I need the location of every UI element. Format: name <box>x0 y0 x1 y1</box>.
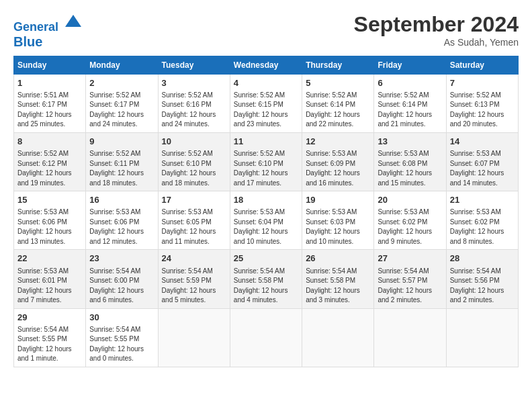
cell-content: Sunrise: 5:53 AMSunset: 6:06 PMDaylight:… <box>89 208 154 246</box>
calendar-cell: 27Sunrise: 5:54 AMSunset: 5:57 PMDayligh… <box>374 250 446 308</box>
day-number: 16 <box>89 194 154 206</box>
cell-content: Sunrise: 5:52 AMSunset: 6:17 PMDaylight:… <box>89 91 154 130</box>
cell-content: Sunrise: 5:52 AMSunset: 6:14 PMDaylight:… <box>306 91 370 130</box>
cell-content: Sunrise: 5:54 AMSunset: 6:00 PMDaylight:… <box>89 267 154 306</box>
calendar-cell <box>446 308 518 367</box>
calendar-cell <box>302 308 374 367</box>
calendar-cell: 5Sunrise: 5:52 AMSunset: 6:14 PMDaylight… <box>302 74 374 132</box>
header: General Blue September 2024 As Sudah, Ye… <box>13 12 519 49</box>
day-number: 24 <box>162 253 226 265</box>
cell-content: Sunrise: 5:52 AMSunset: 6:16 PMDaylight:… <box>162 91 226 130</box>
svg-marker-0 <box>65 15 81 27</box>
day-number: 27 <box>378 253 442 265</box>
cell-content: Sunrise: 5:54 AMSunset: 5:55 PMDaylight:… <box>17 325 82 364</box>
day-number: 28 <box>450 253 515 265</box>
page: General Blue September 2024 As Sudah, Ye… <box>0 0 532 374</box>
day-number: 22 <box>17 253 82 265</box>
weekday-header-wednesday: Wednesday <box>230 56 302 74</box>
month-title: September 2024 <box>354 12 519 37</box>
day-number: 30 <box>89 312 154 324</box>
cell-content: Sunrise: 5:53 AMSunset: 6:02 PMDaylight:… <box>450 208 515 246</box>
week-row-2: 8Sunrise: 5:52 AMSunset: 6:12 PMDaylight… <box>14 132 519 191</box>
day-number: 25 <box>234 253 298 265</box>
calendar-cell: 22Sunrise: 5:53 AMSunset: 6:01 PMDayligh… <box>14 250 86 308</box>
cell-content: Sunrise: 5:53 AMSunset: 6:06 PMDaylight:… <box>17 208 82 246</box>
logo-text: General <box>13 12 83 34</box>
day-number: 23 <box>89 253 154 265</box>
cell-content: Sunrise: 5:54 AMSunset: 5:56 PMDaylight:… <box>450 267 515 306</box>
day-number: 2 <box>89 77 154 89</box>
day-number: 3 <box>162 77 226 89</box>
logo-blue: Blue <box>13 34 83 49</box>
calendar-cell: 6Sunrise: 5:52 AMSunset: 6:14 PMDaylight… <box>374 74 446 132</box>
calendar-cell: 29Sunrise: 5:54 AMSunset: 5:55 PMDayligh… <box>14 308 86 367</box>
day-number: 29 <box>17 312 82 324</box>
title-block: September 2024 As Sudah, Yemen <box>354 12 519 48</box>
calendar-cell: 18Sunrise: 5:53 AMSunset: 6:04 PMDayligh… <box>230 191 302 250</box>
cell-content: Sunrise: 5:53 AMSunset: 6:01 PMDaylight:… <box>17 267 82 306</box>
cell-content: Sunrise: 5:53 AMSunset: 6:02 PMDaylight:… <box>378 208 442 246</box>
cell-content: Sunrise: 5:52 AMSunset: 6:15 PMDaylight:… <box>234 91 298 130</box>
weekday-header-thursday: Thursday <box>302 56 374 74</box>
day-number: 6 <box>378 77 442 89</box>
calendar-cell: 19Sunrise: 5:53 AMSunset: 6:03 PMDayligh… <box>302 191 374 250</box>
calendar-cell: 30Sunrise: 5:54 AMSunset: 5:55 PMDayligh… <box>86 308 158 367</box>
day-number: 18 <box>234 194 298 206</box>
calendar-cell: 10Sunrise: 5:52 AMSunset: 6:10 PMDayligh… <box>158 132 230 191</box>
calendar-cell: 16Sunrise: 5:53 AMSunset: 6:06 PMDayligh… <box>86 191 158 250</box>
calendar-cell: 23Sunrise: 5:54 AMSunset: 6:00 PMDayligh… <box>86 250 158 308</box>
day-number: 13 <box>378 136 442 148</box>
calendar-cell <box>374 308 446 367</box>
calendar-cell <box>158 308 230 367</box>
calendar-cell: 21Sunrise: 5:53 AMSunset: 6:02 PMDayligh… <box>446 191 518 250</box>
week-row-5: 29Sunrise: 5:54 AMSunset: 5:55 PMDayligh… <box>14 308 519 367</box>
calendar-cell <box>230 308 302 367</box>
calendar-cell: 26Sunrise: 5:54 AMSunset: 5:58 PMDayligh… <box>302 250 374 308</box>
cell-content: Sunrise: 5:53 AMSunset: 6:07 PMDaylight:… <box>450 149 515 188</box>
cell-content: Sunrise: 5:54 AMSunset: 5:58 PMDaylight:… <box>234 267 298 306</box>
day-number: 1 <box>17 77 82 89</box>
calendar-cell: 28Sunrise: 5:54 AMSunset: 5:56 PMDayligh… <box>446 250 518 308</box>
cell-content: Sunrise: 5:53 AMSunset: 6:04 PMDaylight:… <box>234 208 298 246</box>
cell-content: Sunrise: 5:52 AMSunset: 6:10 PMDaylight:… <box>234 149 298 188</box>
day-number: 17 <box>162 194 226 206</box>
cell-content: Sunrise: 5:53 AMSunset: 6:08 PMDaylight:… <box>378 149 442 188</box>
calendar-cell: 7Sunrise: 5:52 AMSunset: 6:13 PMDaylight… <box>446 74 518 132</box>
cell-content: Sunrise: 5:52 AMSunset: 6:10 PMDaylight:… <box>162 149 226 188</box>
calendar-table: SundayMondayTuesdayWednesdayThursdayFrid… <box>13 56 519 367</box>
calendar-cell: 11Sunrise: 5:52 AMSunset: 6:10 PMDayligh… <box>230 132 302 191</box>
weekday-header-sunday: Sunday <box>14 56 86 74</box>
calendar-cell: 17Sunrise: 5:53 AMSunset: 6:05 PMDayligh… <box>158 191 230 250</box>
cell-content: Sunrise: 5:51 AMSunset: 6:17 PMDaylight:… <box>17 91 82 130</box>
cell-content: Sunrise: 5:54 AMSunset: 5:58 PMDaylight:… <box>306 267 370 306</box>
calendar-cell: 9Sunrise: 5:52 AMSunset: 6:11 PMDaylight… <box>86 132 158 191</box>
day-number: 19 <box>306 194 370 206</box>
cell-content: Sunrise: 5:52 AMSunset: 6:13 PMDaylight:… <box>450 91 515 130</box>
cell-content: Sunrise: 5:52 AMSunset: 6:12 PMDaylight:… <box>17 149 82 188</box>
cell-content: Sunrise: 5:54 AMSunset: 5:59 PMDaylight:… <box>162 267 226 306</box>
calendar-cell: 3Sunrise: 5:52 AMSunset: 6:16 PMDaylight… <box>158 74 230 132</box>
calendar-cell: 14Sunrise: 5:53 AMSunset: 6:07 PMDayligh… <box>446 132 518 191</box>
calendar-cell: 8Sunrise: 5:52 AMSunset: 6:12 PMDaylight… <box>14 132 86 191</box>
logo-icon <box>64 12 83 31</box>
day-number: 11 <box>234 136 298 148</box>
weekday-header-row: SundayMondayTuesdayWednesdayThursdayFrid… <box>14 56 519 74</box>
weekday-header-tuesday: Tuesday <box>158 56 230 74</box>
day-number: 21 <box>450 194 515 206</box>
day-number: 12 <box>306 136 370 148</box>
calendar-cell: 24Sunrise: 5:54 AMSunset: 5:59 PMDayligh… <box>158 250 230 308</box>
calendar-cell: 12Sunrise: 5:53 AMSunset: 6:09 PMDayligh… <box>302 132 374 191</box>
cell-content: Sunrise: 5:52 AMSunset: 6:14 PMDaylight:… <box>378 91 442 130</box>
weekday-header-saturday: Saturday <box>446 56 518 74</box>
weekday-header-friday: Friday <box>374 56 446 74</box>
calendar-cell: 13Sunrise: 5:53 AMSunset: 6:08 PMDayligh… <box>374 132 446 191</box>
calendar-cell: 20Sunrise: 5:53 AMSunset: 6:02 PMDayligh… <box>374 191 446 250</box>
day-number: 14 <box>450 136 515 148</box>
calendar-cell: 15Sunrise: 5:53 AMSunset: 6:06 PMDayligh… <box>14 191 86 250</box>
logo: General Blue <box>13 12 83 49</box>
day-number: 10 <box>162 136 226 148</box>
cell-content: Sunrise: 5:53 AMSunset: 6:09 PMDaylight:… <box>306 149 370 188</box>
day-number: 26 <box>306 253 370 265</box>
calendar-cell: 2Sunrise: 5:52 AMSunset: 6:17 PMDaylight… <box>86 74 158 132</box>
day-number: 20 <box>378 194 442 206</box>
